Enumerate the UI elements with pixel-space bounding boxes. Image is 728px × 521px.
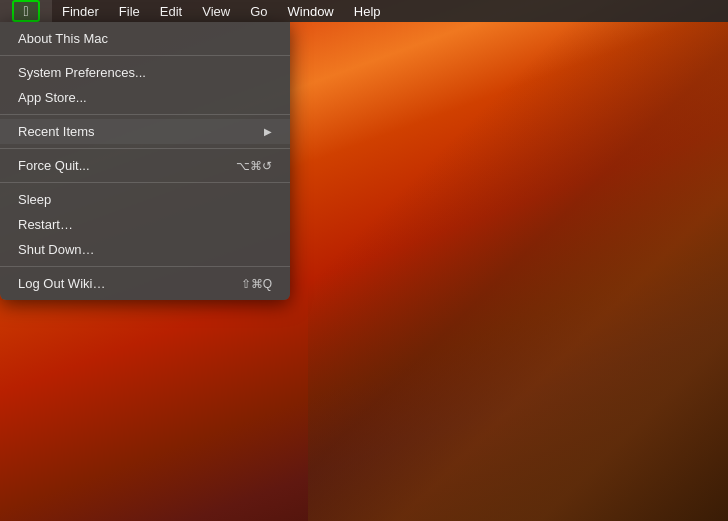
menu-separator-2 (0, 114, 290, 115)
menu-item-shutdown[interactable]: Shut Down… (0, 237, 290, 262)
menu-item-logout[interactable]: Log Out Wiki… ⇧⌘Q (0, 271, 290, 296)
menu-item-system-preferences[interactable]: System Preferences... (0, 60, 290, 85)
menu-item-app-store[interactable]: App Store... (0, 85, 290, 110)
menu-bar-finder[interactable]: Finder (52, 0, 109, 22)
rock-overlay (308, 0, 728, 521)
menu-bar:  Finder File Edit View Go Window Help (0, 0, 728, 22)
menu-item-about[interactable]: About This Mac (0, 26, 290, 51)
menu-separator-4 (0, 182, 290, 183)
menu-separator-3 (0, 148, 290, 149)
menu-item-sleep[interactable]: Sleep (0, 187, 290, 212)
apple-menu-button[interactable]:  (0, 0, 52, 22)
apple-icon-wrapper:  (12, 0, 40, 22)
menu-bar-edit[interactable]: Edit (150, 0, 192, 22)
menu-item-force-quit[interactable]: Force Quit... ⌥⌘↺ (0, 153, 290, 178)
menu-item-recent-items[interactable]: Recent Items ▶ (0, 119, 290, 144)
menu-separator-1 (0, 55, 290, 56)
submenu-arrow-icon: ▶ (264, 126, 272, 137)
menu-bar-view[interactable]: View (192, 0, 240, 22)
apple-icon:  (23, 4, 28, 18)
menu-bar-help[interactable]: Help (344, 0, 391, 22)
menu-bar-window[interactable]: Window (278, 0, 344, 22)
menu-item-restart[interactable]: Restart… (0, 212, 290, 237)
menu-separator-5 (0, 266, 290, 267)
menu-bar-go[interactable]: Go (240, 0, 277, 22)
menu-bar-file[interactable]: File (109, 0, 150, 22)
apple-dropdown-menu: About This Mac System Preferences... App… (0, 22, 290, 300)
